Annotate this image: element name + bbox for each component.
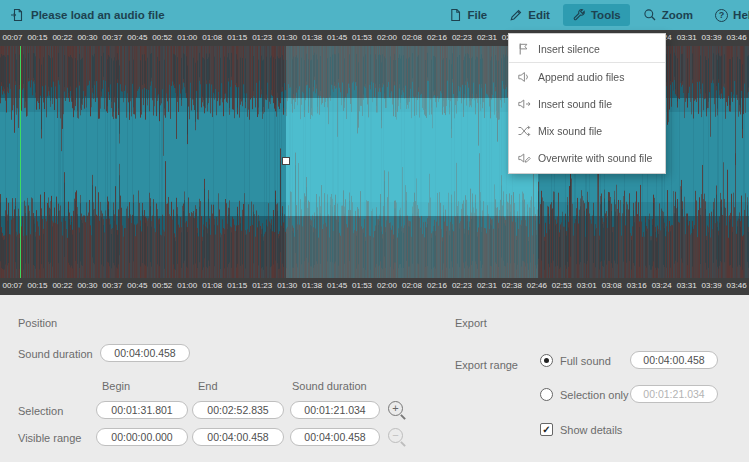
visible-duration-value[interactable]: 00:04:00.458	[290, 428, 380, 446]
menu-item-label: Overwrite with sound file	[538, 152, 652, 164]
ruler-label: 02:00	[375, 278, 400, 295]
zoom-out-button[interactable]: −	[388, 428, 403, 443]
full-sound-option[interactable]: Full sound	[540, 354, 611, 367]
show-details-option[interactable]: ✓ Show details	[540, 423, 622, 436]
sound-duration-value[interactable]: 00:04:00.458	[100, 344, 190, 362]
ruler-label: 03:46	[724, 30, 749, 46]
insert-silence-icon	[517, 42, 531, 56]
menu-item-overwrite-with-sound-file[interactable]: Overwrite with sound file	[509, 144, 665, 171]
menu-file[interactable]: File	[439, 4, 496, 26]
menu-item-label: Mix sound file	[538, 125, 602, 137]
selection-end-value[interactable]: 00:02:52.835	[192, 401, 284, 419]
menu-tools[interactable]: Tools	[563, 4, 630, 26]
selection-duration-value[interactable]: 00:01:21.034	[290, 401, 380, 419]
visible-end-value[interactable]: 00:04:00.458	[192, 428, 284, 446]
ruler-label: 01:30	[275, 30, 300, 46]
ruler-label: 01:15	[225, 278, 250, 295]
menu-item-label: Insert silence	[538, 43, 600, 55]
mix-sound-file-icon	[517, 124, 531, 138]
help-icon: ?	[715, 9, 728, 22]
menu-zoom-label: Zoom	[662, 9, 693, 21]
ruler-label: 00:22	[50, 278, 75, 295]
menu-edit-label: Edit	[528, 9, 550, 21]
ruler-label: 02:46	[524, 278, 549, 295]
ruler-label: 01:53	[350, 30, 375, 46]
overwrite-with-sound-file-icon	[517, 151, 531, 165]
menu-edit[interactable]: Edit	[500, 4, 559, 26]
ruler-label: 01:38	[300, 30, 325, 46]
ruler-label: 02:16	[424, 278, 449, 295]
full-sound-label: Full sound	[560, 355, 611, 367]
show-details-label: Show details	[560, 424, 622, 436]
ruler-label: 00:07	[0, 30, 25, 46]
ruler-label: 03:46	[724, 278, 749, 295]
zoom-to-selection-button[interactable]: +	[388, 401, 403, 416]
audio-editor-window: Please load an audio file File Edit Tool…	[0, 0, 749, 470]
export-title: Export	[455, 317, 487, 329]
column-header-begin: Begin	[102, 380, 130, 392]
ruler-label: 01:00	[175, 30, 200, 46]
ruler-label: 00:45	[125, 30, 150, 46]
position-title: Position	[18, 317, 57, 329]
append-audio-files-icon	[517, 70, 531, 84]
ruler-label: 02:53	[549, 278, 574, 295]
ruler-label: 02:31	[474, 278, 499, 295]
ruler-label: 00:30	[75, 30, 100, 46]
load-file-icon	[10, 8, 24, 22]
ruler-label: 03:24	[649, 278, 674, 295]
ruler-label: 00:52	[150, 278, 175, 295]
menu-help-label: Help	[733, 9, 749, 21]
menu-item-label: Insert sound file	[538, 98, 612, 110]
status: Please load an audio file	[0, 8, 165, 22]
zoom-icon	[643, 8, 657, 22]
ruler-label: 02:00	[375, 30, 400, 46]
edit-icon	[509, 8, 523, 22]
ruler-label: 03:31	[674, 278, 699, 295]
menu-help[interactable]: ? Help	[706, 5, 749, 26]
ruler-label: 01:45	[325, 278, 350, 295]
topbar: Please load an audio file File Edit Tool…	[0, 0, 749, 30]
selection-handle[interactable]	[282, 157, 290, 165]
minus-icon: −	[392, 429, 398, 441]
show-details-checkbox[interactable]: ✓	[540, 423, 553, 436]
menu-item-insert-sound-file[interactable]: Insert sound file	[509, 90, 665, 117]
status-label: Please load an audio file	[31, 9, 165, 21]
ruler-label: 00:30	[75, 278, 100, 295]
selection-only-option[interactable]: Selection only	[540, 388, 629, 401]
visible-begin-value[interactable]: 00:00:00.000	[96, 428, 188, 446]
check-icon: ✓	[541, 424, 552, 435]
ruler-label: 03:08	[599, 278, 624, 295]
column-header-duration: Sound duration	[292, 380, 367, 392]
ruler-label: 03:39	[699, 30, 724, 46]
ruler-label: 00:15	[25, 30, 50, 46]
selection-only-label: Selection only	[560, 389, 629, 401]
menu-item-mix-sound-file[interactable]: Mix sound file	[509, 117, 665, 144]
ruler-label: 01:53	[350, 278, 375, 295]
menu-item-append-audio-files[interactable]: Append audio files	[509, 63, 665, 90]
ruler-label: 01:38	[300, 278, 325, 295]
menubar: File Edit Tools Zoom ?	[439, 0, 749, 30]
playhead	[20, 46, 21, 278]
menu-item-insert-silence[interactable]: Insert silence	[509, 36, 665, 63]
ruler-label: 00:15	[25, 278, 50, 295]
ruler-label: 01:45	[325, 30, 350, 46]
ruler-label: 02:08	[400, 30, 425, 46]
ruler-label: 00:52	[150, 30, 175, 46]
plus-icon: +	[392, 402, 398, 414]
visible-range-row-label: Visible range	[18, 432, 81, 444]
menu-zoom[interactable]: Zoom	[634, 4, 702, 26]
ruler-label: 02:08	[400, 278, 425, 295]
selection-only-value[interactable]: 00:01:21.034	[630, 385, 718, 403]
full-sound-radio[interactable]	[540, 354, 553, 367]
ruler-label: 02:16	[424, 30, 449, 46]
window-edge	[0, 462, 749, 470]
insert-sound-file-icon	[517, 97, 531, 111]
ruler-label: 03:01	[574, 278, 599, 295]
full-sound-value[interactable]: 00:04:00.458	[630, 351, 718, 369]
ruler-label: 01:00	[175, 278, 200, 295]
selection-only-radio[interactable]	[540, 388, 553, 401]
ruler-label: 00:22	[50, 30, 75, 46]
ruler-label: 01:23	[250, 278, 275, 295]
timeline-ruler-bottom[interactable]: 00:0700:1500:2200:3000:3700:4500:5201:00…	[0, 278, 749, 295]
selection-begin-value[interactable]: 00:01:31.801	[96, 401, 188, 419]
